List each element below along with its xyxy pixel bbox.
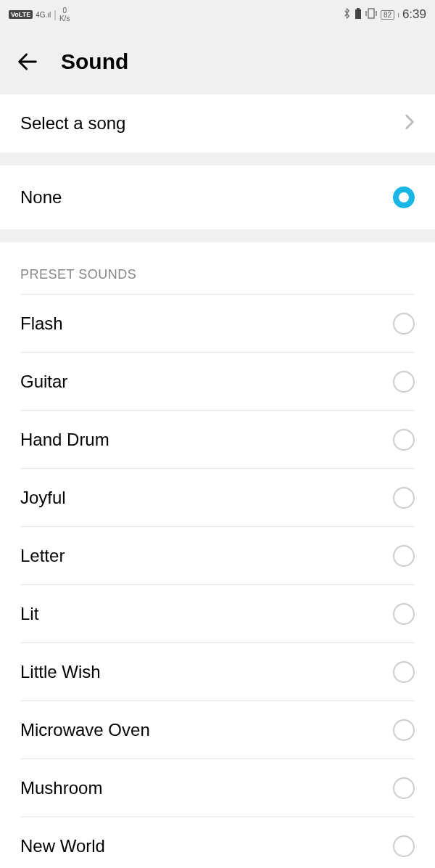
list-item[interactable]: Mushroom — [20, 759, 415, 817]
header-bar: Sound — [0, 29, 435, 94]
spacer — [0, 229, 435, 242]
status-left: VoLTE 4G.ıl | 0 K/s — [9, 7, 70, 22]
battery-percent: 82 — [381, 10, 394, 20]
radio-unselected-icon — [393, 719, 415, 741]
list-item-label: Lit — [20, 604, 38, 624]
none-label: None — [20, 187, 62, 208]
preset-section-header: PRESET SOUNDS — [20, 242, 415, 295]
radio-unselected-icon — [393, 603, 415, 625]
radio-unselected-icon — [393, 835, 415, 857]
list-item[interactable]: Little Wish — [20, 643, 415, 701]
radio-unselected-icon — [393, 777, 415, 799]
list-item-label: Hand Drum — [20, 430, 109, 450]
list-item[interactable]: Flash — [20, 295, 415, 353]
divider-icon: | — [54, 9, 57, 20]
list-item[interactable]: Lit — [20, 585, 415, 643]
radio-unselected-icon — [393, 487, 415, 509]
network-speed: 0 K/s — [59, 7, 70, 22]
list-item-label: Microwave Oven — [20, 720, 150, 740]
radio-unselected-icon — [393, 371, 415, 393]
list-item[interactable]: Guitar — [20, 353, 415, 411]
list-item[interactable]: Microwave Oven — [20, 701, 415, 759]
radio-unselected-icon — [393, 661, 415, 683]
svg-rect-2 — [368, 9, 374, 18]
list-item-label: Flash — [20, 314, 63, 334]
list-item[interactable]: Hand Drum — [20, 411, 415, 469]
clock: 6:39 — [402, 7, 426, 22]
list-item-label: Letter — [20, 546, 65, 566]
bluetooth-icon — [342, 8, 352, 21]
list-item-label: Little Wish — [20, 662, 101, 682]
select-song-row[interactable]: Select a song — [0, 94, 435, 152]
list-item-label: New World — [20, 836, 105, 856]
preset-section: PRESET SOUNDS FlashGuitarHand DrumJoyful… — [0, 242, 435, 868]
list-item[interactable]: Letter — [20, 527, 415, 585]
vibrate-icon — [365, 8, 378, 21]
chevron-right-icon — [405, 114, 415, 133]
list-item-label: Guitar — [20, 372, 67, 392]
list-item[interactable]: Joyful — [20, 469, 415, 527]
svg-rect-0 — [355, 9, 361, 19]
status-right: 82 ı 6:39 — [342, 7, 426, 22]
select-song-label: Select a song — [20, 113, 125, 134]
preset-list: FlashGuitarHand DrumJoyfulLetterLitLittl… — [20, 295, 415, 868]
back-button[interactable] — [14, 49, 41, 75]
signal-indicator: 4G.ıl — [36, 11, 51, 19]
radio-selected-icon — [393, 187, 415, 208]
arrow-left-icon — [15, 49, 40, 74]
radio-unselected-icon — [393, 545, 415, 567]
battery-tip: ı — [397, 11, 399, 19]
volte-indicator: VoLTE — [9, 10, 33, 19]
page-title: Sound — [61, 49, 128, 74]
none-row[interactable]: None — [0, 165, 435, 229]
list-item[interactable]: New World — [20, 817, 415, 868]
status-bar: VoLTE 4G.ıl | 0 K/s 82 ı 6:39 — [0, 0, 435, 29]
svg-rect-1 — [357, 8, 360, 9]
list-item-label: Joyful — [20, 488, 66, 508]
radio-unselected-icon — [393, 429, 415, 451]
battery-full-icon — [355, 8, 362, 22]
radio-unselected-icon — [393, 313, 415, 335]
spacer — [0, 152, 435, 165]
list-item-label: Mushroom — [20, 778, 102, 798]
